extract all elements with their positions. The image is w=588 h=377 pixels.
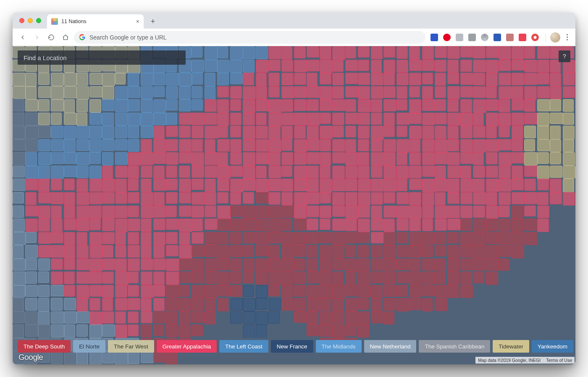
opera-icon[interactable] [531, 34, 539, 41]
bars-icon[interactable] [430, 34, 438, 41]
bookmark-icon[interactable] [494, 34, 501, 41]
county-cell [51, 192, 64, 204]
county-cell [307, 73, 318, 87]
county-cell [179, 245, 192, 258]
legend-chip-the-midlands[interactable]: The Midlands [316, 340, 362, 353]
map-viewport[interactable]: Find a Location ? The Deep SouthEl Norte… [13, 46, 575, 364]
county-cell [550, 166, 562, 178]
browser-menu-button[interactable] [563, 34, 571, 40]
county-cell [383, 166, 396, 179]
drive-icon[interactable] [456, 34, 463, 41]
county-cell [358, 311, 369, 326]
county-cell [192, 285, 205, 298]
tab-close-icon[interactable]: × [136, 18, 139, 25]
legend-chip-el-norte[interactable]: El Norte [73, 340, 105, 353]
location-search-input[interactable]: Find a Location [18, 50, 186, 65]
legend-chip-the-spanish-caribbean[interactable]: The Spanish Caribbean [419, 340, 490, 353]
forward-button[interactable] [31, 32, 43, 43]
county-cell [409, 258, 420, 272]
county-cell [76, 298, 88, 311]
county-cell [89, 245, 103, 258]
county-cell [396, 60, 408, 73]
county-cell [435, 126, 446, 139]
legend-chip-the-left-coast[interactable]: The Left Coast [219, 340, 268, 353]
county-cell [447, 232, 459, 244]
county-cell [460, 324, 473, 338]
legend-chip-greater-appalachia[interactable]: Greater Appalachia [157, 340, 217, 353]
county-cell [537, 298, 550, 312]
block-icon[interactable] [468, 34, 476, 41]
county-cell [281, 139, 292, 151]
county-cell [13, 258, 26, 271]
maximize-window-button[interactable] [36, 18, 41, 23]
county-cell [217, 232, 228, 244]
county-cell [435, 73, 446, 86]
home-button[interactable] [60, 32, 71, 43]
county-cell [256, 126, 268, 139]
county-cell [447, 60, 459, 74]
county-cell [460, 258, 474, 270]
choropleth-layer [13, 46, 575, 364]
profile-avatar[interactable] [550, 32, 560, 42]
county-cell [396, 166, 410, 179]
county-cell [256, 258, 269, 272]
county-cell [89, 139, 102, 153]
county-cell [128, 166, 139, 179]
new-tab-button[interactable]: + [147, 16, 159, 27]
county-cell [537, 126, 549, 140]
county-cell [460, 99, 472, 113]
county-cell [358, 272, 370, 285]
county-cell [320, 311, 332, 325]
legend-chip-yankeedom[interactable]: Yankeedom [532, 340, 573, 353]
county-cell [294, 86, 307, 98]
county-cell [307, 258, 318, 272]
county-cell [230, 113, 242, 125]
legend-chip-tidewater[interactable]: Tidewater [493, 340, 529, 353]
address-bar[interactable]: Search Google or type a URL [74, 31, 425, 44]
browser-tab[interactable]: 11 Nations × [47, 14, 144, 29]
county-cell [345, 126, 356, 137]
close-window-button[interactable] [19, 18, 24, 23]
back-button[interactable] [17, 32, 29, 43]
county-cell [499, 258, 509, 271]
reload-button[interactable] [45, 32, 57, 43]
help-button[interactable]: ? [559, 50, 570, 62]
county-cell [76, 113, 87, 126]
map-surface[interactable] [13, 46, 575, 364]
county-cell [51, 99, 63, 111]
pinterest-icon[interactable] [443, 34, 451, 41]
county-cell [358, 113, 370, 125]
circle-icon[interactable] [481, 34, 488, 41]
county-cell [396, 285, 408, 297]
county-cell [371, 126, 384, 140]
county-cell [409, 152, 421, 165]
county-cell [422, 46, 434, 60]
county-cell [473, 139, 486, 153]
county-cell [115, 113, 128, 126]
county-cell [166, 152, 178, 164]
legend-chip-the-far-west[interactable]: The Far West [108, 340, 154, 353]
pocket-icon[interactable] [519, 34, 526, 41]
county-cell [141, 232, 152, 246]
county-cell [512, 285, 525, 299]
county-cell [435, 99, 446, 111]
county-cell [473, 285, 486, 299]
county-cell [217, 258, 229, 271]
county-cell [205, 245, 218, 257]
county-cell [447, 258, 459, 272]
attribution-terms[interactable]: Terms of Use [543, 357, 575, 364]
county-cell [422, 298, 433, 311]
county-cell [89, 272, 102, 283]
county-cell [294, 232, 307, 245]
county-cell [383, 113, 395, 127]
legend-chip-new-netherland[interactable]: New Netherland [364, 340, 417, 353]
county-cell [396, 258, 409, 271]
county-cell [499, 86, 512, 99]
county-cell [205, 139, 215, 153]
minimize-window-button[interactable] [28, 18, 33, 23]
county-cell [396, 311, 410, 325]
legend-chip-the-deep-south[interactable]: The Deep South [18, 340, 71, 353]
printer-icon[interactable] [506, 34, 514, 41]
county-cell [153, 139, 166, 153]
legend-chip-new-france[interactable]: New France [271, 340, 313, 353]
